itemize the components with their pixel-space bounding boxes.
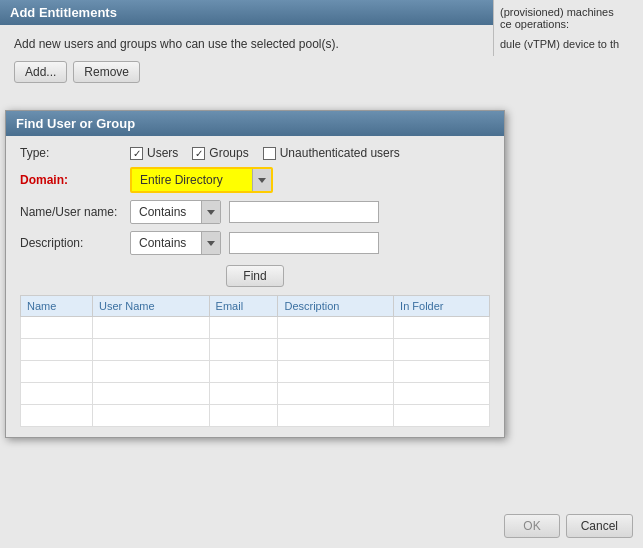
table-header-row: Name User Name Email Description In Fold… — [21, 296, 490, 317]
cell-description — [278, 339, 394, 361]
ok-button[interactable]: OK — [504, 514, 559, 538]
name-filter-arrow[interactable] — [201, 201, 220, 223]
find-button[interactable]: Find — [226, 265, 283, 287]
unauth-checkbox-item[interactable]: Unauthenticated users — [263, 146, 400, 160]
table-row — [21, 405, 490, 427]
find-row: Find — [20, 265, 490, 287]
find-user-group-dialog: Find User or Group Type: Users Groups Un… — [5, 110, 505, 438]
dialog-footer: OK Cancel — [504, 514, 633, 538]
cell-name — [21, 361, 93, 383]
cell-email — [209, 317, 278, 339]
table-row — [21, 339, 490, 361]
description-input[interactable] — [229, 232, 379, 254]
name-filter-dropdown[interactable]: Contains — [130, 200, 221, 224]
cell-description — [278, 361, 394, 383]
col-header-description: Description — [278, 296, 394, 317]
domain-row: Domain: Entire Directory — [20, 167, 490, 193]
col-header-name: Name — [21, 296, 93, 317]
cell-email — [209, 361, 278, 383]
name-filter-value: Contains — [131, 203, 201, 221]
groups-checkbox[interactable] — [192, 147, 205, 160]
col-header-username: User Name — [92, 296, 209, 317]
chevron-down-icon — [258, 178, 266, 183]
chevron-down-icon — [207, 241, 215, 246]
table-row — [21, 383, 490, 405]
users-checkbox-item[interactable]: Users — [130, 146, 178, 160]
description-filter-arrow[interactable] — [201, 232, 220, 254]
right-text-line2: ce operations: — [500, 18, 637, 30]
cell-name — [21, 405, 93, 427]
type-row: Type: Users Groups Unauthenticated users — [20, 146, 490, 160]
type-label: Type: — [20, 146, 130, 160]
users-checkbox[interactable] — [130, 147, 143, 160]
cell-description — [278, 405, 394, 427]
cell-email — [209, 383, 278, 405]
cell-username — [92, 339, 209, 361]
table-row — [21, 361, 490, 383]
dialog-title: Find User or Group — [6, 111, 504, 136]
cell-infolder — [394, 339, 490, 361]
cell-email — [209, 405, 278, 427]
cell-email — [209, 339, 278, 361]
cell-name — [21, 339, 93, 361]
users-label: Users — [147, 146, 178, 160]
remove-button[interactable]: Remove — [73, 61, 140, 83]
domain-value: Entire Directory — [132, 171, 252, 189]
name-label: Name/User name: — [20, 205, 130, 219]
name-row: Name/User name: Contains — [20, 200, 490, 224]
domain-dropdown-arrow[interactable] — [252, 169, 271, 191]
domain-dropdown[interactable]: Entire Directory — [130, 167, 273, 193]
cancel-button[interactable]: Cancel — [566, 514, 633, 538]
description-filter-dropdown[interactable]: Contains — [130, 231, 221, 255]
groups-label: Groups — [209, 146, 248, 160]
right-text-line3: dule (vTPM) device to th — [500, 38, 637, 50]
cell-description — [278, 317, 394, 339]
groups-checkbox-item[interactable]: Groups — [192, 146, 248, 160]
domain-label: Domain: — [20, 173, 130, 187]
cell-infolder — [394, 361, 490, 383]
cell-username — [92, 317, 209, 339]
results-table: Name User Name Email Description In Fold… — [20, 295, 490, 427]
col-header-infolder: In Folder — [394, 296, 490, 317]
cell-name — [21, 317, 93, 339]
chevron-down-icon — [207, 210, 215, 215]
cell-name — [21, 383, 93, 405]
cell-username — [92, 361, 209, 383]
unauth-label: Unauthenticated users — [280, 146, 400, 160]
cell-username — [92, 383, 209, 405]
description-row: Description: Contains — [20, 231, 490, 255]
unauth-checkbox[interactable] — [263, 147, 276, 160]
cell-description — [278, 383, 394, 405]
right-text-line1: (provisioned) machines — [500, 6, 637, 18]
description-filter-value: Contains — [131, 234, 201, 252]
col-header-email: Email — [209, 296, 278, 317]
description-label: Description: — [20, 236, 130, 250]
cell-username — [92, 405, 209, 427]
name-input[interactable] — [229, 201, 379, 223]
cell-infolder — [394, 383, 490, 405]
table-row — [21, 317, 490, 339]
add-button[interactable]: Add... — [14, 61, 67, 83]
cell-infolder — [394, 405, 490, 427]
cell-infolder — [394, 317, 490, 339]
right-panel-text: (provisioned) machines ce operations: du… — [493, 0, 643, 56]
